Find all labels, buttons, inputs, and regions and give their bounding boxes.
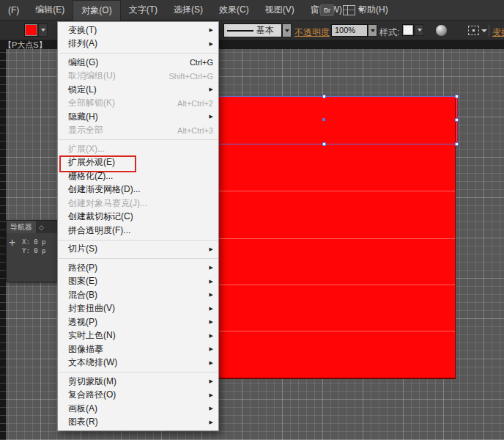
selection-handle-mid-right[interactable] [455,118,459,122]
menu-view[interactable]: 视图(V) [257,0,303,20]
panel-tab-icon[interactable]: ◇ [39,224,44,231]
brush-dropdown-button[interactable] [282,23,292,37]
workspace-layout-icon[interactable] [343,5,355,15]
menu-item-label: 创建渐变网格(D)... [68,183,213,196]
menu-separator [59,53,218,54]
submenu-arrow-icon: ▶ [210,360,213,366]
menu-item[interactable]: 混合(B)▶ [58,288,218,302]
menu-item[interactable]: 变换(T)▶ [58,23,218,37]
coord-x: X: 0 p [22,238,46,246]
menu-item[interactable]: 文本绕排(W)▶ [58,356,218,370]
menu-item[interactable]: 扩展外观(E) [58,156,218,170]
fill-color-dropdown[interactable] [38,23,48,37]
crosshair-icon: + [9,236,15,249]
bridge-icon[interactable]: Br [320,4,334,16]
style-dropdown-button[interactable] [415,24,424,36]
menu-item-shortcut: Alt+Ctrl+3 [177,126,213,135]
left-edge-strip [0,49,6,440]
fill-color-swatch[interactable] [24,23,38,37]
menu-item-label: 扩展(X)... [68,143,213,155]
menu-item-label: 剪切蒙版(M) [68,375,210,388]
selection-handle-bottom-center[interactable] [322,142,326,146]
menu-item[interactable]: 复合路径(O)▶ [58,389,218,403]
menu-item[interactable]: 栅格化(Z)... [58,169,218,183]
submenu-arrow-icon: ▶ [210,265,213,271]
menu-item-label: 创建裁切标记(C) [68,210,213,223]
menu-item-label: 图案(E) [68,275,210,287]
select-similar-caret-icon[interactable] [481,29,487,32]
workspace-caret-icon[interactable] [358,8,364,12]
menu-item[interactable]: 封套扭曲(V)▶ [58,302,218,316]
menu-item-label: 图表(R) [68,416,210,428]
menu-item-label: 拼合透明度(F)... [68,224,213,237]
caret-down-icon [371,29,375,32]
menu-item-label: 排列(A) [68,37,210,50]
menu-item[interactable]: 排列(A)▶ [58,37,218,51]
transform-link[interactable]: 变换 [492,26,504,39]
menu-item[interactable]: 切片(S)▶ [58,243,218,257]
menu-item[interactable]: 拼合透明度(F)... [58,224,218,238]
menu-separator [59,372,218,373]
selection-handle-top-center[interactable] [322,95,326,98]
menu-item[interactable]: 编组(G)Ctrl+G [58,56,218,70]
opacity-dropdown-button[interactable] [368,24,377,37]
style-swatch[interactable] [402,24,414,36]
menu-type[interactable]: 文字(T) [121,0,166,20]
submenu-arrow-icon: ▶ [210,87,213,92]
brush-definition-dropdown[interactable]: 基本 [223,23,282,37]
menu-item: 取消编组(U)Shift+Ctrl+G [58,70,218,84]
menubar-divider [314,4,314,16]
menu-item[interactable]: 创建渐变网格(D)... [58,183,218,197]
menu-item[interactable]: 创建裁切标记(C) [58,210,218,224]
submenu-arrow-icon: ▶ [210,27,213,33]
menu-separator [59,139,218,140]
menu-help[interactable]: 帮助(H) [350,0,396,20]
menu-item-label: 全部解锁(K) [68,97,177,109]
menu-item[interactable]: 剪切蒙版(M)▶ [58,375,218,389]
menu-item[interactable]: 画板(A)▶ [58,402,218,416]
submenu-arrow-icon: ▶ [210,246,213,252]
opacity-link[interactable]: 不透明度 [294,26,330,39]
caret-down-icon [285,29,289,32]
menu-item-label: 透视(P) [68,316,210,329]
menu-item-shortcut: Alt+Ctrl+2 [177,99,213,108]
menu-file[interactable]: (F) [0,1,27,19]
menu-separator [59,258,218,259]
bar-divider-line [217,238,455,239]
coord-y: Y: 0 p [22,247,46,254]
red-rectangle-artwork[interactable] [217,96,456,379]
menu-item-label: 扩展外观(E) [68,156,213,169]
menu-item[interactable]: 图像描摹▶ [58,342,218,356]
menu-item[interactable]: 隐藏(H)▶ [58,110,218,124]
selection-center-point[interactable] [322,118,325,121]
brush-definition-label: 基本 [256,24,274,37]
document-tab[interactable]: 【P大点S】 [4,40,56,49]
menu-item[interactable]: 图案(E)▶ [58,275,218,289]
menu-edit[interactable]: 编辑(E) [27,0,73,20]
menu-item-label: 实时上色(N) [68,329,210,342]
menu-select[interactable]: 选择(S) [166,0,211,20]
select-similar-icon[interactable] [468,26,479,35]
menu-item[interactable]: 透视(P)▶ [58,315,218,329]
opacity-value-field[interactable]: 100% [331,24,368,37]
menu-item: 显示全部Alt+Ctrl+3 [58,124,218,138]
selection-handle-bottom-right[interactable] [455,142,459,146]
object-menu: 变换(T)▶排列(A)▶编组(G)Ctrl+G取消编组(U)Shift+Ctrl… [57,21,219,431]
menu-item[interactable]: 路径(P)▶ [58,261,218,275]
selection-handle-top-right[interactable] [455,95,459,98]
menu-item[interactable]: 实时上色(N)▶ [58,329,218,343]
tab-navigator[interactable]: 导航器 [7,221,36,233]
menu-item: 扩展(X)... [58,142,218,156]
submenu-arrow-icon: ▶ [210,319,213,325]
menu-item[interactable]: 锁定(L)▶ [58,83,218,97]
document-setup-globe-icon[interactable] [435,24,448,37]
caret-down-icon [418,29,422,32]
submenu-arrow-icon: ▶ [210,346,213,352]
menu-separator [59,240,218,241]
selection-top-edge [217,96,458,97]
menu-item[interactable]: 图表(R)▶ [58,416,218,430]
menu-object[interactable]: 对象(O) [73,0,120,21]
menu-item-label: 图像描摹 [68,343,210,356]
menu-item-label: 画板(A) [68,403,210,415]
menu-effect[interactable]: 效果(C) [211,0,257,20]
